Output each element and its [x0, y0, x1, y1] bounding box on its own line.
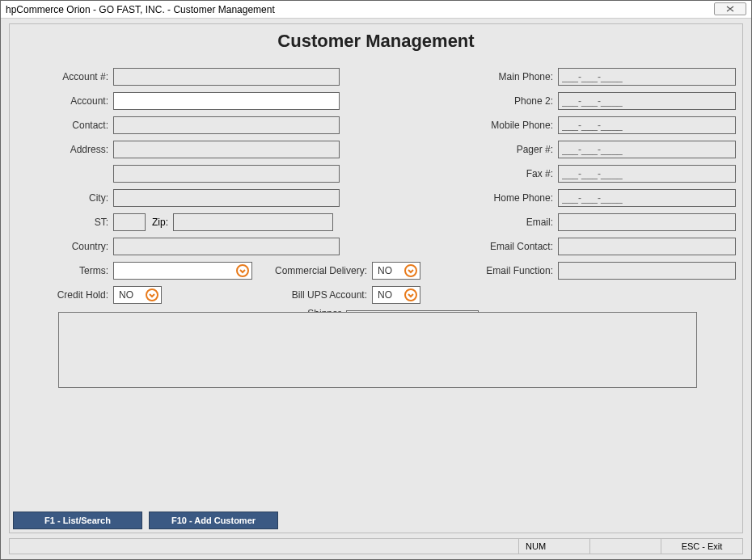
home-phone-input[interactable]: [558, 189, 736, 207]
svg-point-1: [146, 289, 158, 301]
close-icon: [725, 5, 736, 13]
credit-hold-dropdown[interactable]: NO: [113, 286, 162, 304]
label-city: City:: [10, 192, 113, 204]
status-bar: NUM ESC - Exit: [9, 538, 743, 554]
account-no-input[interactable]: [113, 68, 340, 86]
label-st: ST:: [10, 217, 113, 228]
status-exit[interactable]: ESC - Exit: [661, 539, 742, 554]
notes-textarea[interactable]: [58, 312, 697, 388]
email-contact-input[interactable]: [558, 238, 736, 255]
label-bill-ups: Bill UPS Account:: [268, 289, 372, 301]
commercial-delivery-dropdown[interactable]: NO: [372, 262, 420, 280]
svg-point-0: [237, 265, 248, 276]
label-email: Email:: [463, 217, 558, 228]
chevron-down-icon: [145, 288, 159, 302]
main-phone-input[interactable]: [558, 68, 736, 86]
fax-input[interactable]: [558, 165, 736, 183]
status-num: NUM: [519, 539, 590, 554]
svg-point-2: [405, 265, 416, 276]
button-bar: F1 - List/Search F10 - Add Customer: [13, 512, 278, 529]
status-spacer: [10, 539, 519, 554]
label-main-phone: Main Phone:: [463, 71, 558, 82]
label-email-contact: Email Contact:: [463, 241, 558, 252]
pager-input[interactable]: [558, 141, 736, 158]
form-col-right: Main Phone: Phone 2: Mobile Phone: Pager…: [463, 66, 737, 284]
label-email-function: Email Function:: [463, 265, 558, 276]
label-account-no: Account #:: [10, 71, 113, 82]
window-close-button[interactable]: [714, 2, 746, 15]
state-input[interactable]: [113, 213, 146, 231]
account-input[interactable]: [113, 92, 340, 110]
email-input[interactable]: [558, 213, 736, 231]
label-address: Address:: [10, 144, 113, 155]
chevron-down-icon: [403, 288, 418, 302]
label-phone2: Phone 2:: [463, 95, 558, 107]
list-search-button[interactable]: F1 - List/Search: [13, 512, 142, 529]
contact-input[interactable]: [113, 116, 340, 134]
phone2-input[interactable]: [558, 92, 736, 110]
credit-hold-value: NO: [114, 289, 138, 301]
label-terms: Terms:: [10, 265, 113, 276]
label-zip: Zip:: [152, 217, 173, 228]
page-title: Customer Management: [10, 31, 742, 52]
label-contact: Contact:: [10, 120, 113, 131]
label-credit-hold: Credit Hold:: [10, 289, 113, 301]
bill-ups-dropdown[interactable]: NO: [372, 286, 420, 304]
svg-point-3: [405, 289, 416, 301]
form-area: Account #: Account: Contact: Address:: [10, 66, 742, 347]
zip-input[interactable]: [173, 213, 333, 231]
window-title: hpCommerce Orion - GO FAST, INC. - Custo…: [6, 4, 275, 15]
chevron-down-icon: [403, 263, 418, 278]
app-window: hpCommerce Orion - GO FAST, INC. - Custo…: [0, 0, 752, 560]
title-bar: hpCommerce Orion - GO FAST, INC. - Custo…: [1, 1, 751, 19]
label-country: Country:: [10, 241, 113, 252]
terms-dropdown[interactable]: [113, 262, 252, 280]
label-account: Account:: [10, 95, 113, 107]
label-fax: Fax #:: [463, 168, 558, 179]
commercial-delivery-value: NO: [373, 265, 397, 276]
country-input[interactable]: [113, 238, 340, 255]
label-mobile-phone: Mobile Phone:: [463, 120, 558, 131]
bill-ups-value: NO: [373, 289, 397, 301]
label-home-phone: Home Phone:: [463, 192, 558, 204]
chevron-down-icon: [235, 263, 250, 278]
email-function-input[interactable]: [558, 262, 736, 280]
label-pager: Pager #:: [463, 144, 558, 155]
status-empty: [590, 539, 661, 554]
label-commercial-delivery: Commercial Delivery:: [268, 265, 372, 276]
city-input[interactable]: [113, 189, 340, 207]
mobile-phone-input[interactable]: [558, 116, 736, 134]
address2-input[interactable]: [113, 165, 340, 183]
content-panel: Customer Management Account #: Account: …: [9, 23, 743, 533]
add-customer-button[interactable]: F10 - Add Customer: [149, 512, 278, 529]
address1-input[interactable]: [113, 141, 340, 158]
